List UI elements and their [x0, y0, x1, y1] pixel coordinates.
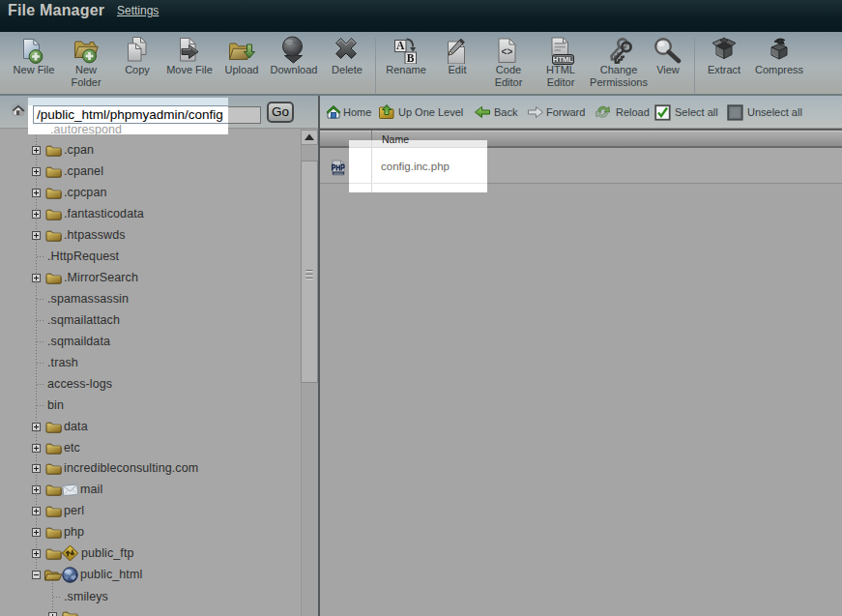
svg-text:HTML: HTML: [553, 55, 573, 64]
svg-text:A: A: [396, 40, 405, 51]
svg-text:B: B: [407, 52, 415, 64]
svg-text:<>: <>: [501, 47, 512, 58]
